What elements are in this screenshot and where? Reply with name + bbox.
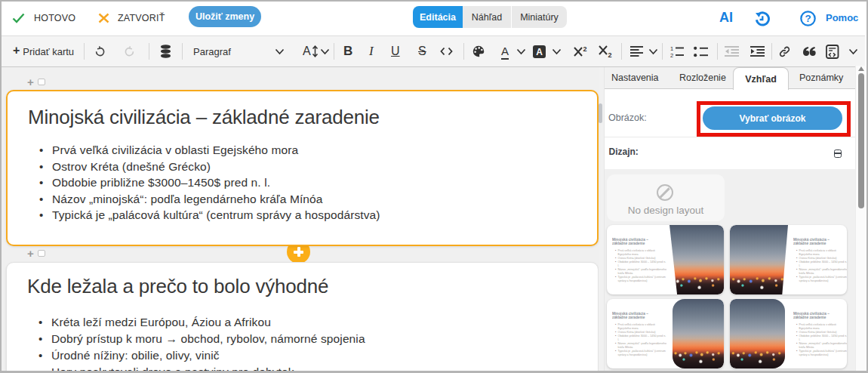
svg-text:2: 2 — [608, 51, 612, 58]
svg-text:2: 2 — [583, 46, 587, 53]
svg-text:2: 2 — [670, 52, 673, 58]
svg-text:?: ? — [805, 13, 811, 24]
svg-text:1: 1 — [670, 45, 673, 52]
